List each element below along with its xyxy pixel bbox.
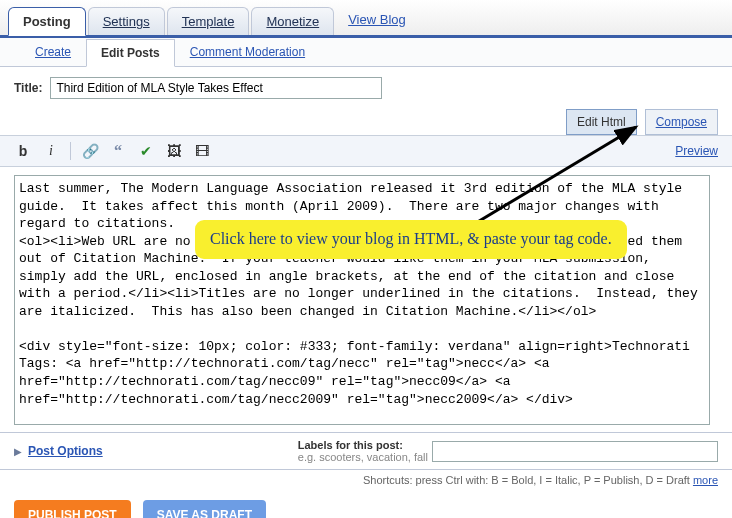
video-button[interactable]: 🎞 [193,142,211,160]
subtab-edit-posts[interactable]: Edit Posts [86,39,175,67]
bold-button[interactable]: b [14,142,32,160]
tab-monetize[interactable]: Monetize [251,7,334,35]
link-icon[interactable]: 🔗 [81,142,99,160]
title-input[interactable] [50,77,382,99]
image-button[interactable]: 🖼 [165,142,183,160]
preview-link[interactable]: Preview [675,144,718,158]
blockquote-button[interactable]: “ [109,142,127,160]
subtab-comment-moderation[interactable]: Comment Moderation [175,38,320,66]
spellcheck-button[interactable]: ✔ [137,142,155,160]
italic-button[interactable]: i [42,142,60,160]
tab-posting[interactable]: Posting [8,7,86,36]
tab-template[interactable]: Template [167,7,250,35]
labels-label: Labels for this post: [298,439,428,451]
subtab-create[interactable]: Create [20,38,86,66]
expand-icon[interactable]: ▶ [14,446,22,457]
labels-input[interactable] [432,441,718,462]
save-as-draft-button[interactable]: SAVE AS DRAFT [143,500,266,518]
tab-settings[interactable]: Settings [88,7,165,35]
separator [70,142,71,160]
publish-post-button[interactable]: PUBLISH POST [14,500,131,518]
shortcuts-more-link[interactable]: more [693,474,718,486]
compose-button[interactable]: Compose [645,109,718,135]
labels-example: e.g. scooters, vacation, fall [298,451,428,463]
edit-html-button[interactable]: Edit Html [566,109,637,135]
html-editor[interactable] [14,175,710,425]
view-blog-link[interactable]: View Blog [336,4,418,35]
post-options-link[interactable]: Post Options [28,444,103,458]
shortcuts-hint: Shortcuts: press Ctrl with: B = Bold, I … [0,470,732,490]
title-label: Title: [14,81,42,95]
